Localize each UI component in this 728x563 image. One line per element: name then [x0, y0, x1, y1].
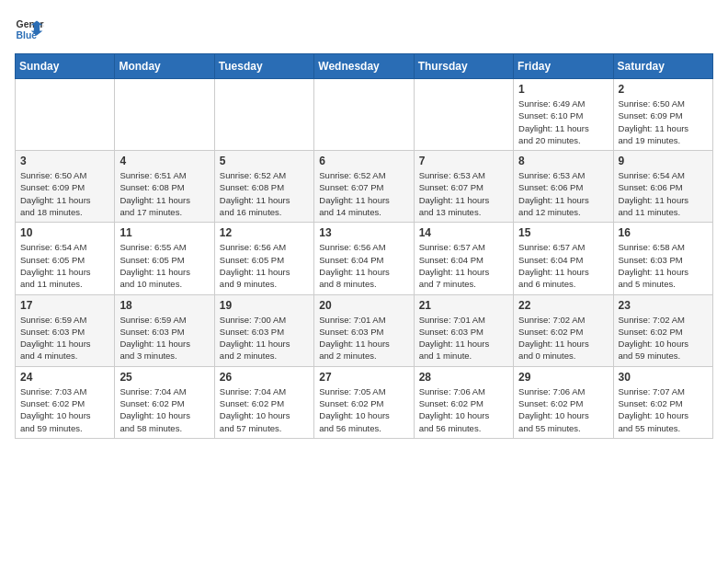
- day-detail: Sunrise: 6:56 AM Sunset: 6:04 PM Dayligh…: [319, 241, 408, 290]
- weekday-header-saturday: Saturday: [613, 54, 712, 79]
- calendar-day-cell: 6Sunrise: 6:52 AM Sunset: 6:07 PM Daylig…: [314, 151, 414, 223]
- day-number: 2: [619, 83, 708, 96]
- weekday-header-tuesday: Tuesday: [214, 54, 313, 79]
- calendar-day-cell: 16Sunrise: 6:58 AM Sunset: 6:03 PM Dayli…: [613, 223, 712, 294]
- page-header: General Blue: [15, 15, 713, 44]
- day-number: 23: [619, 299, 708, 312]
- calendar-day-cell: 17Sunrise: 6:59 AM Sunset: 6:03 PM Dayli…: [16, 294, 115, 366]
- calendar-day-cell: 22Sunrise: 7:02 AM Sunset: 6:02 PM Dayli…: [514, 294, 613, 366]
- day-detail: Sunrise: 6:49 AM Sunset: 6:10 PM Dayligh…: [518, 98, 608, 146]
- weekday-header-thursday: Thursday: [414, 54, 513, 79]
- day-number: 20: [319, 299, 408, 312]
- day-number: 18: [119, 299, 209, 312]
- day-number: 13: [319, 226, 408, 239]
- calendar-day-cell: 25Sunrise: 7:04 AM Sunset: 6:02 PM Dayli…: [115, 366, 214, 438]
- calendar-day-cell: 14Sunrise: 6:57 AM Sunset: 6:04 PM Dayli…: [414, 223, 513, 294]
- calendar-day-cell: [314, 79, 414, 151]
- calendar-day-cell: [16, 79, 115, 151]
- calendar-day-cell: 1Sunrise: 6:49 AM Sunset: 6:10 PM Daylig…: [514, 79, 613, 151]
- day-number: 3: [20, 155, 109, 167]
- logo-icon: General Blue: [15, 15, 44, 44]
- day-detail: Sunrise: 7:01 AM Sunset: 6:03 PM Dayligh…: [319, 314, 408, 362]
- day-detail: Sunrise: 6:50 AM Sunset: 6:09 PM Dayligh…: [20, 169, 109, 218]
- calendar-table: SundayMondayTuesdayWednesdayThursdayFrid…: [15, 53, 713, 439]
- day-detail: Sunrise: 6:52 AM Sunset: 6:07 PM Dayligh…: [319, 169, 408, 218]
- day-detail: Sunrise: 6:54 AM Sunset: 6:05 PM Dayligh…: [20, 241, 109, 290]
- calendar-day-cell: 19Sunrise: 7:00 AM Sunset: 6:03 PM Dayli…: [214, 294, 313, 366]
- calendar-week-row: 24Sunrise: 7:03 AM Sunset: 6:02 PM Dayli…: [16, 366, 713, 438]
- day-number: 10: [20, 226, 109, 239]
- day-number: 25: [119, 371, 209, 384]
- day-number: 22: [518, 299, 608, 312]
- day-detail: Sunrise: 6:53 AM Sunset: 6:06 PM Dayligh…: [518, 169, 608, 218]
- day-number: 24: [20, 371, 109, 384]
- calendar-day-cell: 26Sunrise: 7:04 AM Sunset: 6:02 PM Dayli…: [214, 366, 313, 438]
- calendar-day-cell: 2Sunrise: 6:50 AM Sunset: 6:09 PM Daylig…: [613, 79, 712, 151]
- day-detail: Sunrise: 6:53 AM Sunset: 6:07 PM Dayligh…: [419, 169, 508, 218]
- day-detail: Sunrise: 6:57 AM Sunset: 6:04 PM Dayligh…: [518, 241, 608, 290]
- day-detail: Sunrise: 6:56 AM Sunset: 6:05 PM Dayligh…: [220, 241, 309, 290]
- calendar-day-cell: 10Sunrise: 6:54 AM Sunset: 6:05 PM Dayli…: [16, 223, 115, 294]
- calendar-day-cell: [115, 79, 214, 151]
- day-detail: Sunrise: 7:04 AM Sunset: 6:02 PM Dayligh…: [220, 385, 309, 434]
- day-detail: Sunrise: 6:50 AM Sunset: 6:09 PM Dayligh…: [619, 98, 708, 146]
- day-detail: Sunrise: 6:52 AM Sunset: 6:08 PM Dayligh…: [220, 169, 309, 218]
- calendar-day-cell: [414, 79, 513, 151]
- calendar-day-cell: 7Sunrise: 6:53 AM Sunset: 6:07 PM Daylig…: [414, 151, 513, 223]
- calendar-day-cell: 11Sunrise: 6:55 AM Sunset: 6:05 PM Dayli…: [115, 223, 214, 294]
- day-number: 14: [419, 226, 508, 239]
- calendar-day-cell: 8Sunrise: 6:53 AM Sunset: 6:06 PM Daylig…: [514, 151, 613, 223]
- day-detail: Sunrise: 7:03 AM Sunset: 6:02 PM Dayligh…: [20, 385, 109, 434]
- day-number: 30: [619, 371, 708, 384]
- calendar-day-cell: 20Sunrise: 7:01 AM Sunset: 6:03 PM Dayli…: [314, 294, 414, 366]
- day-number: 12: [220, 226, 309, 239]
- calendar-day-cell: 24Sunrise: 7:03 AM Sunset: 6:02 PM Dayli…: [16, 366, 115, 438]
- calendar-day-cell: 13Sunrise: 6:56 AM Sunset: 6:04 PM Dayli…: [314, 223, 414, 294]
- day-number: 19: [220, 299, 309, 312]
- calendar-week-row: 3Sunrise: 6:50 AM Sunset: 6:09 PM Daylig…: [16, 151, 713, 223]
- day-number: 16: [619, 226, 708, 239]
- calendar-week-row: 1Sunrise: 6:49 AM Sunset: 6:10 PM Daylig…: [16, 79, 713, 151]
- calendar-day-cell: 12Sunrise: 6:56 AM Sunset: 6:05 PM Dayli…: [214, 223, 313, 294]
- day-detail: Sunrise: 7:05 AM Sunset: 6:02 PM Dayligh…: [319, 385, 408, 434]
- day-detail: Sunrise: 7:02 AM Sunset: 6:02 PM Dayligh…: [619, 314, 708, 362]
- calendar-day-cell: 21Sunrise: 7:01 AM Sunset: 6:03 PM Dayli…: [414, 294, 513, 366]
- day-number: 5: [220, 155, 309, 167]
- weekday-header-wednesday: Wednesday: [314, 54, 414, 79]
- day-detail: Sunrise: 7:00 AM Sunset: 6:03 PM Dayligh…: [220, 314, 309, 362]
- day-number: 28: [419, 371, 508, 384]
- day-number: 11: [119, 226, 209, 239]
- calendar-day-cell: 5Sunrise: 6:52 AM Sunset: 6:08 PM Daylig…: [214, 151, 313, 223]
- day-number: 6: [319, 155, 408, 167]
- day-detail: Sunrise: 7:07 AM Sunset: 6:02 PM Dayligh…: [619, 385, 708, 434]
- day-detail: Sunrise: 6:57 AM Sunset: 6:04 PM Dayligh…: [419, 241, 508, 290]
- day-detail: Sunrise: 6:54 AM Sunset: 6:06 PM Dayligh…: [619, 169, 708, 218]
- calendar-week-row: 17Sunrise: 6:59 AM Sunset: 6:03 PM Dayli…: [16, 294, 713, 366]
- calendar-day-cell: [214, 79, 313, 151]
- day-number: 29: [518, 371, 608, 384]
- day-detail: Sunrise: 6:59 AM Sunset: 6:03 PM Dayligh…: [119, 314, 209, 362]
- day-detail: Sunrise: 7:06 AM Sunset: 6:02 PM Dayligh…: [518, 385, 608, 434]
- day-number: 8: [518, 155, 608, 167]
- calendar-day-cell: 28Sunrise: 7:06 AM Sunset: 6:02 PM Dayli…: [414, 366, 513, 438]
- day-number: 15: [518, 226, 608, 239]
- calendar-day-cell: 4Sunrise: 6:51 AM Sunset: 6:08 PM Daylig…: [115, 151, 214, 223]
- weekday-header-monday: Monday: [115, 54, 214, 79]
- calendar-week-row: 10Sunrise: 6:54 AM Sunset: 6:05 PM Dayli…: [16, 223, 713, 294]
- day-detail: Sunrise: 6:55 AM Sunset: 6:05 PM Dayligh…: [119, 241, 209, 290]
- weekday-header-row: SundayMondayTuesdayWednesdayThursdayFrid…: [16, 54, 713, 79]
- logo: General Blue: [15, 15, 44, 44]
- calendar-day-cell: 27Sunrise: 7:05 AM Sunset: 6:02 PM Dayli…: [314, 366, 414, 438]
- day-detail: Sunrise: 7:04 AM Sunset: 6:02 PM Dayligh…: [119, 385, 209, 434]
- day-number: 1: [518, 83, 608, 96]
- calendar-day-cell: 18Sunrise: 6:59 AM Sunset: 6:03 PM Dayli…: [115, 294, 214, 366]
- day-number: 7: [419, 155, 508, 167]
- weekday-header-sunday: Sunday: [16, 54, 115, 79]
- weekday-header-friday: Friday: [514, 54, 613, 79]
- day-detail: Sunrise: 6:51 AM Sunset: 6:08 PM Dayligh…: [119, 169, 209, 218]
- calendar-day-cell: 9Sunrise: 6:54 AM Sunset: 6:06 PM Daylig…: [613, 151, 712, 223]
- calendar-day-cell: 23Sunrise: 7:02 AM Sunset: 6:02 PM Dayli…: [613, 294, 712, 366]
- calendar-day-cell: 3Sunrise: 6:50 AM Sunset: 6:09 PM Daylig…: [16, 151, 115, 223]
- day-number: 17: [20, 299, 109, 312]
- calendar-day-cell: 30Sunrise: 7:07 AM Sunset: 6:02 PM Dayli…: [613, 366, 712, 438]
